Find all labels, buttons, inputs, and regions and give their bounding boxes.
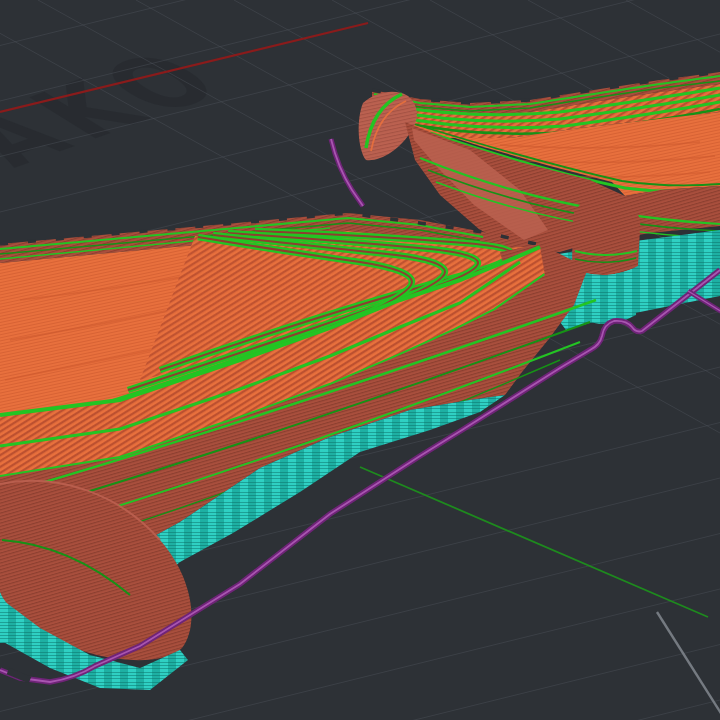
- right-bump-wall: [572, 197, 640, 275]
- slicer-3d-viewport[interactable]: AKO: [0, 0, 720, 720]
- gcode-preview-canvas[interactable]: AKO: [0, 0, 720, 720]
